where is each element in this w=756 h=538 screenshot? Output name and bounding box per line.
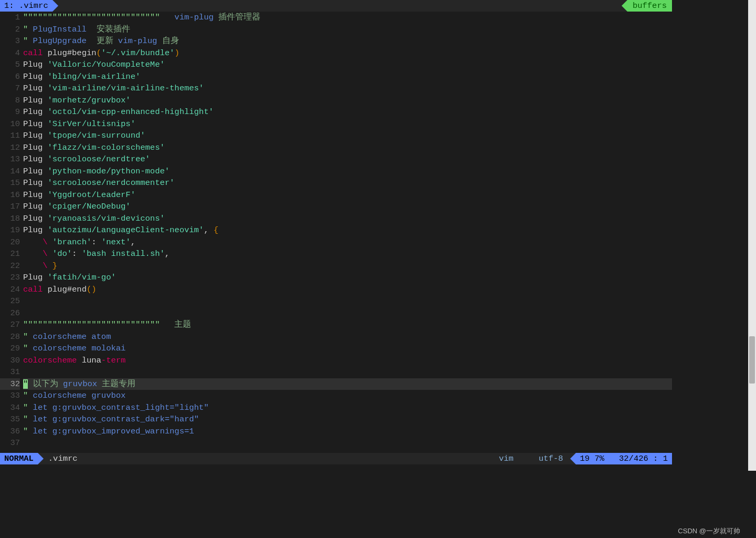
code-line[interactable]: """""""""""""""""""""""""""" 主题	[23, 319, 672, 331]
line-number: 27	[0, 319, 20, 331]
code-line[interactable]: Plug 'Yggdroot/LeaderF'	[23, 189, 672, 201]
code-line[interactable]: " colorscheme gruvbox	[23, 390, 672, 402]
code-token: Plug	[23, 178, 48, 188]
code-line[interactable]: """""""""""""""""""""""""""" vim-plug 插件…	[23, 12, 672, 24]
code-line[interactable]: Plug 'flazz/vim-colorschemes'	[23, 142, 672, 154]
vertical-scrollbar[interactable]	[748, 0, 756, 471]
code-token	[48, 237, 52, 247]
code-line[interactable]: Plug 'tpope/vim-surround'	[23, 130, 672, 142]
code-line[interactable]: Plug 'vim-airline/vim-airline-themes'	[23, 82, 672, 95]
code-line[interactable]: Plug 'Valloric/YouCompleteMe'	[23, 59, 672, 71]
buffers-indicator[interactable]: buffers	[627, 0, 672, 12]
code-line[interactable]: Plug 'SirVer/ultisnips'	[23, 118, 672, 130]
code-line[interactable]: Plug 'cpiger/NeoDebug'	[23, 201, 672, 213]
code-line[interactable]: call plug#begin('~/.vim/bundle')	[23, 47, 672, 59]
code-token: "	[23, 403, 33, 412]
code-line[interactable]: " 以下为 gruvbox 主题专用	[23, 378, 672, 390]
code-token: """"""""""""""""""""""""""""	[23, 320, 160, 329]
code-token: 'Yggdroot/LeaderF'	[48, 190, 135, 200]
code-line[interactable]: " colorscheme molokai	[23, 343, 672, 355]
code-line[interactable]: \ }	[23, 260, 672, 272]
scrollbar-thumb[interactable]	[749, 336, 755, 384]
code-line[interactable]: Plug 'python-mode/python-mode'	[23, 165, 672, 178]
code-token: Plug	[23, 190, 48, 200]
code-line[interactable]: \ 'branch': 'next',	[23, 236, 672, 249]
code-token: PlugUpgrade	[33, 36, 87, 46]
code-line[interactable]: Plug 'ryanoasis/vim-devicons'	[23, 213, 672, 225]
buffer-tab[interactable]: 1: .vimrc	[0, 0, 52, 12]
line-number: 24	[0, 284, 20, 296]
code-token: Plug	[23, 167, 48, 176]
filename-text: .vimrc	[48, 454, 78, 463]
code-token: colorscheme atom	[33, 332, 111, 342]
mode-indicator: NORMAL	[0, 453, 38, 464]
code-line[interactable]	[23, 307, 672, 319]
code-line[interactable]: Plug 'scrooloose/nerdcommenter'	[23, 177, 672, 189]
code-token: 'autozimu/LanguageClient-neovim'	[48, 225, 204, 235]
code-line[interactable]	[23, 437, 672, 449]
code-token: colorscheme molokai	[33, 344, 126, 353]
code-line[interactable]: colorscheme luna-term	[23, 355, 672, 367]
code-line[interactable]	[23, 366, 672, 378]
code-token: "	[23, 36, 33, 46]
code-token: ,	[165, 249, 170, 258]
code-token: 'tpope/vim-surround'	[48, 131, 145, 140]
code-line[interactable]: Plug 'scrooloose/nerdtree'	[23, 153, 672, 165]
line-number: 4	[0, 47, 20, 59]
code-token: let g:gruvbox_contrast_light="light"	[33, 403, 209, 412]
code-token: plug#begin	[43, 48, 96, 58]
code-token: "	[23, 427, 33, 436]
code-line[interactable]: Plug 'fatih/vim-go'	[23, 272, 672, 284]
code-line[interactable]: Plug 'octol/vim-cpp-enhanced-highlight'	[23, 106, 672, 118]
code-line[interactable]: " colorscheme atom	[23, 331, 672, 343]
position-text: 32/426 : 1	[619, 453, 668, 465]
code-line[interactable]: call plug#end()	[23, 284, 672, 296]
code-token: 主题专用	[97, 379, 135, 389]
code-line[interactable]: \ 'do': 'bash install.sh',	[23, 248, 672, 260]
code-content[interactable]: """""""""""""""""""""""""""" vim-plug 插件…	[23, 12, 672, 459]
code-token: vim-plug	[174, 13, 213, 22]
filetype-indicator: vim	[486, 453, 526, 465]
code-token: Plug	[23, 72, 48, 81]
encoding-text: utf-8	[539, 454, 563, 463]
code-line[interactable]: " let g:gruvbox_improved_warnings=1	[23, 426, 672, 438]
encoding-indicator: utf-8	[526, 453, 576, 465]
code-token: 'next'	[101, 237, 131, 247]
code-line[interactable]: Plug 'morhetz/gruvbox'	[23, 95, 672, 107]
line-number: 28	[0, 331, 20, 343]
line-number: 37	[0, 437, 20, 449]
code-line[interactable]: Plug 'autozimu/LanguageClient-neovim', {	[23, 224, 672, 236]
code-token: ()	[87, 285, 97, 294]
code-token: 'Valloric/YouCompleteMe'	[48, 60, 165, 69]
mode-text: NORMAL	[4, 453, 34, 465]
code-line[interactable]: " let g:gruvbox_contrast_light="light"	[23, 402, 672, 414]
code-token: Plug	[23, 154, 48, 164]
buffer-tab-label: 1: .vimrc	[4, 0, 48, 12]
code-token: 'cpiger/NeoDebug'	[48, 202, 131, 211]
line-number: 12	[0, 142, 20, 154]
code-token: "	[23, 415, 33, 424]
code-line[interactable]: " PlugUpgrade 更新 vim-plug 自身	[23, 35, 672, 47]
code-token: Plug	[23, 143, 48, 152]
code-token	[48, 261, 52, 271]
line-number: 6	[0, 71, 20, 83]
code-token: let g:gruvbox_improved_warnings=1	[33, 427, 194, 436]
code-area[interactable]: 1234567891011121314151617181920212223242…	[0, 12, 672, 459]
code-token: ,	[131, 237, 135, 247]
code-token	[160, 13, 174, 22]
line-number: 3	[0, 35, 20, 47]
line-number: 13	[0, 153, 20, 165]
code-token: Plug	[23, 84, 48, 93]
code-token: Plug	[23, 131, 48, 140]
code-token: :	[72, 249, 82, 258]
code-line[interactable]: Plug 'bling/vim-airline'	[23, 71, 672, 83]
code-token: let g:gruvbox_contrast_dark="hard"	[33, 415, 199, 424]
code-token	[214, 13, 218, 22]
code-line[interactable]	[23, 295, 672, 307]
code-line[interactable]: " PlugInstall 安装插件	[23, 24, 672, 36]
code-token: "	[23, 379, 28, 389]
line-number: 20	[0, 236, 20, 249]
code-line[interactable]: " let g:gruvbox_contrast_dark="hard"	[23, 413, 672, 426]
code-token: \	[43, 261, 47, 271]
code-token: 'python-mode/python-mode'	[48, 167, 170, 176]
